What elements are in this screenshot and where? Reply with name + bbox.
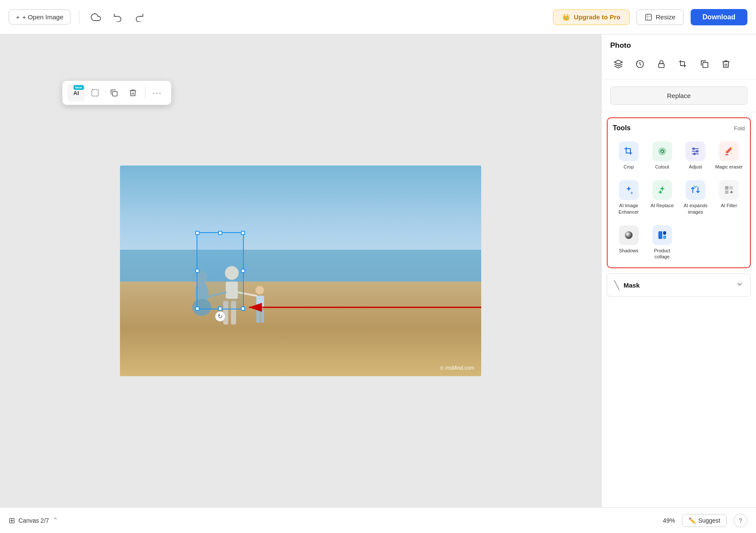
download-button[interactable]: Download <box>691 9 747 25</box>
svg-point-27 <box>693 148 695 150</box>
undo-button[interactable] <box>111 10 125 25</box>
ai-filter-tool-icon <box>719 180 739 200</box>
svg-rect-33 <box>725 186 728 190</box>
collage-label: Product collage <box>648 248 676 260</box>
trash-icon[interactable] <box>718 56 734 72</box>
mask-section: ╲ Mask <box>607 273 751 297</box>
replace-button[interactable]: Replace <box>610 86 747 105</box>
crown-icon: 👑 <box>562 13 570 21</box>
header-divider <box>79 10 80 24</box>
cutout-tool-icon <box>652 141 672 161</box>
tool-crop[interactable]: Crop <box>613 138 645 173</box>
tool-ai-enhancer[interactable]: AI Image Enhancer <box>613 177 645 218</box>
crop-icon[interactable] <box>675 56 691 72</box>
floating-toolbar: AI New <box>62 81 171 105</box>
svg-rect-13 <box>261 310 264 323</box>
cloud-icon-button[interactable] <box>88 9 104 25</box>
mask-label: Mask <box>624 282 731 289</box>
help-button[interactable]: ? <box>734 514 747 527</box>
canvas-expand-icon[interactable]: ⌃ <box>52 516 58 524</box>
svg-point-36 <box>625 231 633 239</box>
svg-rect-0 <box>645 14 652 20</box>
right-panel: Photo <box>601 34 756 507</box>
resize-button[interactable]: Resize <box>636 9 684 25</box>
handle-br[interactable] <box>241 306 245 311</box>
duplicate-icon[interactable] <box>696 56 713 72</box>
tool-adjust[interactable]: Adjust <box>680 138 712 173</box>
tool-cutout[interactable]: Cutout <box>646 138 678 173</box>
svg-point-23 <box>661 150 663 152</box>
mask-header[interactable]: ╲ Mask <box>607 274 750 296</box>
magic-eraser-tool-icon <box>719 141 739 161</box>
svg-marker-18 <box>615 60 622 64</box>
tools-section: Tools Fold Crop <box>607 117 751 268</box>
canvas-image[interactable]: ↻ ⊙ insMind.com <box>120 165 481 376</box>
layers-icon[interactable] <box>610 56 627 72</box>
more-icon: ··· <box>153 89 162 98</box>
select-tool-button[interactable] <box>86 84 104 101</box>
selection-box[interactable]: ↻ <box>197 232 244 309</box>
tool-magic-eraser[interactable]: Magic eraser <box>713 138 745 173</box>
ai-filter-label: AI Filter <box>721 202 737 208</box>
photo-toolbar <box>610 56 747 72</box>
crop-label: Crop <box>624 164 634 170</box>
svg-rect-11 <box>256 296 264 309</box>
magic-eraser-label: Magic eraser <box>715 164 743 170</box>
new-badge: New <box>74 85 84 90</box>
handle-mr[interactable] <box>241 269 245 273</box>
handle-tr[interactable] <box>241 231 245 235</box>
copy-button[interactable] <box>105 84 123 101</box>
tools-header: Tools Fold <box>613 124 745 132</box>
handle-ml[interactable] <box>195 269 200 273</box>
svg-point-30 <box>731 147 733 149</box>
cutout-label: Cutout <box>655 164 669 170</box>
tool-product-collage[interactable]: Product collage <box>646 222 678 263</box>
ai-label: AI <box>74 90 79 96</box>
rotate-handle[interactable]: ↻ <box>215 311 225 322</box>
open-image-label: + Open Image <box>22 13 63 21</box>
tool-shadows[interactable]: Shadows <box>613 222 645 263</box>
ai-new-button[interactable]: AI New <box>68 84 85 101</box>
chevron-down-icon <box>736 280 744 290</box>
svg-rect-12 <box>256 310 260 323</box>
ai-enhancer-label: AI Image Enhancer <box>615 202 643 215</box>
suggest-button[interactable]: ✏️ Suggest <box>682 514 727 527</box>
tool-ai-replace[interactable]: AI Replace <box>646 177 678 218</box>
adjust-label: Adjust <box>689 164 702 170</box>
canvas-area[interactable]: AI New <box>0 34 601 507</box>
svg-point-32 <box>731 153 732 154</box>
photo-section: Photo <box>602 34 756 80</box>
open-image-button[interactable]: + + Open Image <box>9 9 71 25</box>
download-label: Download <box>703 13 735 21</box>
fold-label[interactable]: Fold <box>734 125 745 132</box>
ai-expand-tool-icon <box>685 180 705 200</box>
replace-section: Replace <box>602 80 756 112</box>
svg-rect-34 <box>729 186 733 190</box>
mask-icon: ╲ <box>614 280 619 290</box>
handle-tl[interactable] <box>195 231 200 235</box>
delete-button[interactable] <box>124 84 141 101</box>
tool-ai-filter[interactable]: AI Filter <box>713 177 745 218</box>
redo-button[interactable] <box>132 10 147 25</box>
animation-icon[interactable] <box>632 56 648 72</box>
canvas-info-text: Canvas 2/7 <box>18 517 49 524</box>
handle-bl[interactable] <box>195 306 200 311</box>
svg-point-10 <box>255 286 264 294</box>
svg-rect-38 <box>663 231 666 235</box>
tool-ai-expand[interactable]: AI expands images <box>680 177 712 218</box>
tools-title: Tools <box>613 124 630 132</box>
adjust-tool-icon <box>685 141 705 161</box>
upgrade-button[interactable]: 👑 Upgrade to Pro <box>553 9 629 25</box>
shadows-tool-icon <box>619 225 639 245</box>
collage-tool-icon <box>652 225 672 245</box>
svg-point-28 <box>696 150 698 152</box>
handle-tm[interactable] <box>218 231 222 235</box>
handle-bm[interactable] <box>218 306 222 311</box>
lock-icon[interactable] <box>653 56 670 72</box>
svg-rect-37 <box>658 231 662 239</box>
zoom-level: 49% <box>663 517 675 524</box>
layers-bottom-icon: ⊞ <box>9 516 15 525</box>
more-button[interactable]: ··· <box>149 84 166 101</box>
header: + + Open Image 👑 Upgrade to Pro Resize D… <box>0 0 756 34</box>
toolbar-divider <box>145 87 145 99</box>
